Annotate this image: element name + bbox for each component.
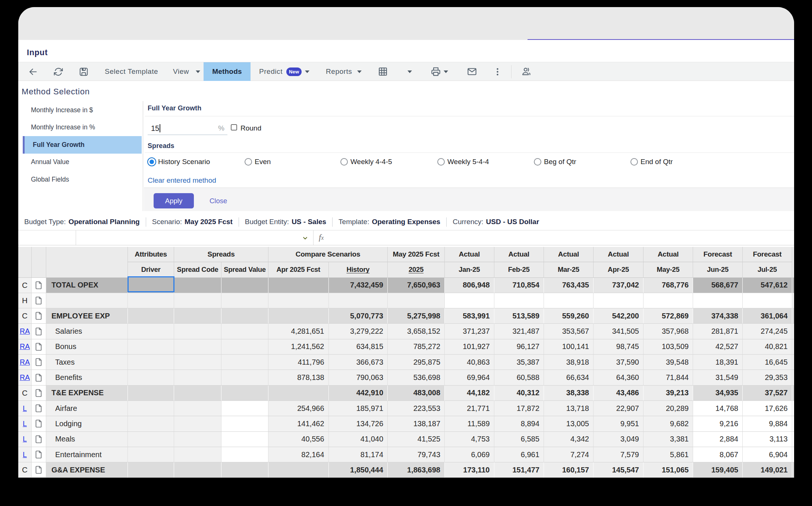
row-name[interactable]: Salaries xyxy=(46,324,128,339)
grid-cell[interactable] xyxy=(268,278,329,293)
grid-cell[interactable] xyxy=(221,278,268,293)
grid-cell[interactable]: 7,432,459 xyxy=(329,278,388,293)
row-name[interactable]: Bonus xyxy=(46,339,128,355)
row-marker[interactable]: L xyxy=(18,447,32,462)
grid-cell[interactable] xyxy=(792,432,794,447)
grid-cell[interactable] xyxy=(743,293,792,308)
grid-cell[interactable] xyxy=(221,339,268,355)
growth-value-input[interactable]: 15 xyxy=(151,123,160,133)
grid-cell[interactable]: 13,718 xyxy=(544,401,594,416)
row-name[interactable] xyxy=(46,293,128,308)
grid-cell[interactable]: 710,854 xyxy=(494,278,544,293)
grid-cell[interactable] xyxy=(792,462,794,478)
grid-cell[interactable] xyxy=(174,370,221,385)
grid-cell[interactable] xyxy=(268,386,329,401)
radio-beg-of-qtr[interactable] xyxy=(534,158,541,166)
grid-cell[interactable]: 374,338 xyxy=(693,308,743,324)
grid-cell[interactable]: 371,237 xyxy=(445,324,494,339)
grid-cell[interactable]: 173,110 xyxy=(445,462,494,478)
row-name[interactable]: Taxes xyxy=(46,355,128,370)
grid-cell[interactable]: 149,021 xyxy=(743,462,792,478)
print-dropdown[interactable] xyxy=(444,62,448,81)
grid-cell[interactable] xyxy=(221,416,268,431)
grid-cell[interactable]: 134,726 xyxy=(329,416,388,431)
doc-icon[interactable] xyxy=(32,401,46,416)
grid-cell[interactable]: 547,612 xyxy=(743,278,792,293)
grid-cell[interactable]: 559,260 xyxy=(544,308,594,324)
row-name[interactable]: TOTAL OPEX xyxy=(46,278,128,293)
grid-cell[interactable]: 9,951 xyxy=(594,416,643,431)
print-icon[interactable] xyxy=(431,62,441,81)
doc-icon[interactable] xyxy=(32,432,46,447)
grid-cell[interactable]: 29,353 xyxy=(743,370,792,385)
grid-cell[interactable]: 790,063 xyxy=(329,370,388,385)
column-header[interactable]: Apr 2025 Fcst xyxy=(268,262,329,277)
column-header[interactable]: May-25 xyxy=(643,262,693,277)
grid-cell[interactable]: 2,884 xyxy=(693,432,743,447)
grid-cell[interactable]: 101,927 xyxy=(445,339,494,355)
column-header[interactable]: Spread Code xyxy=(174,262,221,277)
grid-cell[interactable] xyxy=(128,432,174,447)
grid-cell[interactable] xyxy=(174,462,221,478)
grid-cell[interactable]: 138,187 xyxy=(388,416,445,431)
mail-icon[interactable] xyxy=(467,62,477,81)
grid-cell[interactable]: 42,527 xyxy=(693,339,743,355)
grid-cell[interactable]: 7,274 xyxy=(544,447,594,462)
view-dropdown[interactable]: View xyxy=(173,62,200,81)
grid-cell[interactable] xyxy=(544,293,594,308)
grid-cell[interactable]: 103,509 xyxy=(643,339,693,355)
grid-cell[interactable]: 353,567 xyxy=(544,324,594,339)
row-name[interactable]: Airfare xyxy=(46,401,128,416)
grid-cell[interactable]: 274,245 xyxy=(743,324,792,339)
doc-icon[interactable] xyxy=(32,308,46,324)
grid-cell[interactable]: 44,182 xyxy=(445,386,494,401)
grid-cell[interactable]: 41,040 xyxy=(329,432,388,447)
doc-icon[interactable] xyxy=(32,386,46,401)
grid-cell[interactable] xyxy=(128,308,174,324)
more-options-icon[interactable] xyxy=(493,62,502,81)
grid-cell[interactable] xyxy=(388,293,445,308)
grid-cell[interactable] xyxy=(221,432,268,447)
grid-cell[interactable] xyxy=(128,355,174,370)
grid-cell[interactable]: 71,844 xyxy=(643,370,693,385)
grid-cell[interactable]: 7,650,963 xyxy=(388,278,445,293)
chevron-down-icon[interactable] xyxy=(302,235,308,241)
doc-icon[interactable] xyxy=(32,324,46,339)
grid-cell[interactable]: 768,776 xyxy=(643,278,693,293)
grid-cell[interactable]: 3,381 xyxy=(643,432,693,447)
column-header[interactable]: Mar-25 xyxy=(544,262,594,277)
grid-cell[interactable]: 151,065 xyxy=(643,462,693,478)
grid-cell[interactable] xyxy=(174,293,221,308)
grid-cell[interactable]: 1,863,698 xyxy=(388,462,445,478)
row-name[interactable]: EMPLOYEE EXP xyxy=(46,308,128,324)
grid-cell[interactable]: 536,698 xyxy=(388,370,445,385)
grid-cell[interactable]: 341,505 xyxy=(594,324,643,339)
grid-cell[interactable] xyxy=(792,293,794,308)
row-marker[interactable]: RA xyxy=(18,339,32,355)
grid-cell[interactable]: 9,682 xyxy=(643,416,693,431)
grid-cell[interactable]: 159,405 xyxy=(693,462,743,478)
grid-cell[interactable] xyxy=(174,401,221,416)
grid-cell[interactable]: 542,200 xyxy=(594,308,643,324)
grid-cell[interactable] xyxy=(792,416,794,431)
grid-cell[interactable]: 13,005 xyxy=(544,416,594,431)
grid-cell[interactable]: 16,645 xyxy=(743,355,792,370)
back-icon[interactable] xyxy=(28,62,38,81)
grid-cell[interactable] xyxy=(643,293,693,308)
grid-cell[interactable]: 281,871 xyxy=(693,324,743,339)
grid-cell[interactable]: 6,585 xyxy=(494,432,544,447)
grid-cell[interactable]: 3,113 xyxy=(743,432,792,447)
grid-cell[interactable]: 79,743 xyxy=(388,447,445,462)
select-template-button[interactable]: Select Template xyxy=(105,62,158,81)
grid-cell[interactable]: 40,556 xyxy=(268,432,329,447)
radio-end-of-qtr[interactable] xyxy=(630,158,638,166)
grid-cell[interactable] xyxy=(221,355,268,370)
grid-cell[interactable]: 160,157 xyxy=(544,462,594,478)
grid-cell[interactable]: 69,964 xyxy=(445,370,494,385)
round-checkbox[interactable] xyxy=(231,124,237,131)
grid-cell[interactable] xyxy=(445,293,494,308)
grid-cell[interactable]: 66,634 xyxy=(544,370,594,385)
row-name[interactable]: Lodging xyxy=(46,416,128,431)
grid-cell[interactable] xyxy=(174,308,221,324)
grid-cell[interactable]: 9,216 xyxy=(693,416,743,431)
